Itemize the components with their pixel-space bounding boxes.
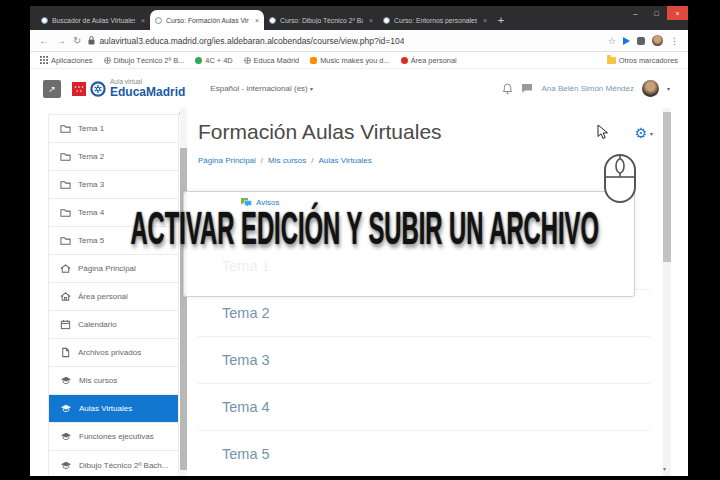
sidebar-item-label: Aulas Virtuales	[79, 404, 132, 413]
dashboard-icon	[60, 291, 71, 302]
sidebar-item-area-personal[interactable]: Área personal	[49, 283, 178, 311]
tutorial-caption: ACTIVAR EDICIÓN Y SUBIR UN ARCHIVO	[30, 201, 690, 240]
sidebar-item-mis-cursos[interactable]: Mis cursos	[49, 367, 178, 395]
breadcrumb-link-mis-cursos[interactable]: Mis cursos	[268, 156, 306, 165]
window-controls: – □ ×	[625, 6, 688, 20]
section-link-tema-3[interactable]: Tema 3	[198, 336, 650, 383]
sidebar-item-tema-3[interactable]: Tema 3	[49, 171, 178, 199]
gear-icon[interactable]: ⚙	[634, 126, 647, 140]
browser-toolbar: ← → ↻ aulavirtual3.educa.madrid.org/ies.…	[30, 30, 688, 52]
user-avatar[interactable]	[642, 80, 659, 97]
language-selector[interactable]: Español - internacional (es) ▾	[210, 84, 313, 93]
sidebar-item-funciones-ejecutivas[interactable]: Funciones ejecutivas	[49, 423, 178, 451]
tab-strip: Buscador de Aulas Virtuales | Ed × Curso…	[30, 6, 688, 30]
sidebar-item-tema-1[interactable]: Tema 1	[49, 115, 178, 143]
close-window-button[interactable]: ×	[667, 6, 688, 20]
sidebar-item-label: Página Principal	[78, 264, 136, 273]
scroll-down-icon[interactable]: ▾	[663, 465, 666, 472]
address-bar[interactable]: aulavirtual3.educa.madrid.org/ies.aldeba…	[88, 36, 601, 46]
sidebar-item-label: Dibujo Técnico 2º Bach...	[79, 461, 169, 470]
profile-avatar[interactable]	[652, 35, 663, 46]
send-extension-icon[interactable]	[623, 37, 630, 45]
tutorial-caption-text: ACTIVAR EDICIÓN Y SUBIR UN ARCHIVO	[130, 201, 599, 255]
breadcrumb-separator: /	[311, 156, 313, 165]
breadcrumb: Página Principal / Mis cursos / Aulas Vi…	[198, 156, 372, 165]
tab-close-icon[interactable]: ×	[367, 17, 373, 24]
tab-buscador[interactable]: Buscador de Aulas Virtuales | Ed ×	[36, 10, 150, 30]
site-header: ↗ Aula virtual EducaMadrid Español - int…	[30, 69, 688, 108]
tab-close-icon[interactable]: ×	[253, 17, 259, 24]
tab-favicon	[41, 17, 48, 24]
sidebar-item-label: Tema 3	[78, 180, 104, 189]
calendar-icon	[60, 319, 71, 330]
breadcrumb-link-home[interactable]: Página Principal	[198, 156, 256, 165]
sidebar-item-aulas-virtuales[interactable]: Aulas Virtuales	[49, 395, 178, 423]
folder-icon	[60, 151, 71, 162]
new-tab-button[interactable]: +	[492, 11, 510, 29]
globe-icon	[244, 57, 251, 64]
video-frame: Buscador de Aulas Virtuales | Ed × Curso…	[0, 0, 720, 480]
sidebar-item-pagina-principal[interactable]: Página Principal	[49, 255, 178, 283]
bookmark-star-icon[interactable]: ☆	[608, 36, 616, 46]
course-settings-menu[interactable]: ⚙ ▾	[634, 126, 653, 140]
bookmark-4c4d[interactable]: 4C + 4D	[195, 56, 232, 65]
breadcrumb-link-aulas-virtuales[interactable]: Aulas Virtuales	[319, 156, 372, 165]
folder-icon	[607, 57, 616, 64]
tab-curso-entornos[interactable]: Curso: Entornos personales de a ×	[378, 10, 492, 30]
bookmark-music[interactable]: Music makes you d...	[310, 56, 389, 65]
tab-close-icon[interactable]: ×	[139, 17, 145, 24]
section-link-tema-4[interactable]: Tema 4	[198, 383, 650, 430]
bookmark-educamadrid[interactable]: Educa Madrid	[244, 56, 300, 65]
bookmark-label: 4C + 4D	[205, 56, 232, 65]
green-dot-icon	[195, 57, 202, 64]
sidebar-item-tema-2[interactable]: Tema 2	[49, 143, 178, 171]
chevron-down-icon[interactable]: ▾	[667, 85, 670, 92]
tab-close-icon[interactable]: ×	[481, 17, 487, 24]
sidebar-item-archivos-privados[interactable]: Archivos privados	[49, 339, 178, 367]
sidebar-item-label: Mis cursos	[79, 376, 117, 385]
section-link-tema-5[interactable]: Tema 5	[198, 430, 650, 476]
back-icon[interactable]: ←	[39, 35, 49, 46]
tab-favicon	[155, 17, 162, 24]
forward-icon[interactable]: →	[56, 35, 66, 46]
home-icon	[60, 263, 71, 274]
brand-bottom-label: EducaMadrid	[110, 86, 185, 98]
sidebar-item-label: Tema 2	[78, 152, 104, 161]
bookmark-dibujo[interactable]: Dibujo Técnico 2º B...	[104, 56, 185, 65]
sidebar-item-label: Archivos privados	[78, 348, 141, 357]
language-label: Español - internacional (es)	[210, 84, 307, 93]
bookmark-label: Área personal	[411, 56, 457, 65]
sidebar-item-label: Funciones ejecutivas	[79, 432, 154, 441]
user-name[interactable]: Ana Belén Simón Méndez	[541, 84, 634, 93]
page-title: Formación Aulas Virtuales	[198, 120, 442, 144]
tab-curso-dibujo[interactable]: Curso: Dibujo Técnico 2º Bachill ×	[264, 10, 378, 30]
messages-icon[interactable]	[521, 83, 533, 94]
other-bookmarks[interactable]: Otros marcadores	[607, 56, 678, 65]
sidebar-item-calendario[interactable]: Calendario	[49, 311, 178, 339]
sidebar-item-label: Calendario	[78, 320, 117, 329]
folder-icon	[60, 179, 71, 190]
reload-icon[interactable]: ↻	[73, 35, 81, 46]
tab-favicon	[269, 17, 276, 24]
maximize-button[interactable]: □	[646, 6, 667, 20]
bookmark-aplicaciones[interactable]: Aplicaciones	[40, 56, 93, 65]
tab-label: Curso: Dibujo Técnico 2º Bachill	[280, 17, 363, 24]
notifications-bell-icon[interactable]	[502, 83, 513, 95]
apps-grid-icon	[40, 56, 48, 64]
graduation-cap-icon	[60, 431, 72, 442]
page-scrollbar[interactable]	[663, 108, 671, 476]
extension-icon[interactable]	[637, 37, 645, 45]
tab-curso-formacion[interactable]: Curso: Formación Aulas Virtuales ×	[150, 10, 264, 30]
tab-label: Curso: Entornos personales de a	[394, 17, 477, 24]
browser-menu-icon[interactable]: ⋮	[670, 36, 679, 46]
drawer-toggle-button[interactable]: ↗	[43, 80, 61, 98]
chevron-down-icon: ▾	[650, 130, 653, 137]
mouse-cursor-icon	[597, 124, 609, 140]
bookmark-area-personal[interactable]: Área personal	[401, 56, 457, 65]
sidebar-item-dibujo-tecnico[interactable]: Dibujo Técnico 2º Bach...	[49, 451, 178, 476]
sidebar-item-label: Tema 1	[78, 124, 104, 133]
educamadrid-logo[interactable]: Aula virtual EducaMadrid	[72, 79, 185, 99]
globe-icon	[104, 57, 111, 64]
bookmark-label: Dibujo Técnico 2º B...	[114, 56, 185, 65]
minimize-button[interactable]: –	[625, 6, 646, 20]
